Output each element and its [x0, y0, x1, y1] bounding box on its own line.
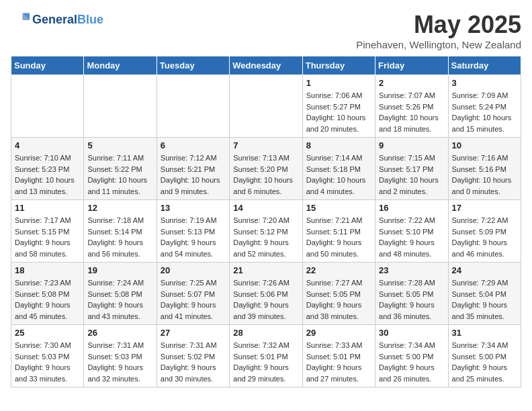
logo: GeneralBlue — [11, 11, 103, 30]
day-number: 2 — [379, 78, 444, 88]
day-info: Sunrise: 7:17 AMSunset: 5:15 PMDaylight:… — [15, 215, 80, 259]
calendar-cell: 17Sunrise: 7:22 AMSunset: 5:09 PMDayligh… — [448, 200, 521, 263]
day-info: Sunrise: 7:31 AMSunset: 5:02 PMDaylight:… — [161, 340, 226, 384]
calendar-cell: 21Sunrise: 7:26 AMSunset: 5:06 PMDayligh… — [230, 263, 302, 325]
day-info: Sunrise: 7:34 AMSunset: 5:00 PMDaylight:… — [379, 340, 444, 384]
day-number: 25 — [15, 328, 80, 338]
calendar-cell: 26Sunrise: 7:31 AMSunset: 5:03 PMDayligh… — [84, 325, 157, 387]
day-number: 12 — [87, 203, 152, 213]
day-info: Sunrise: 7:30 AMSunset: 5:03 PMDaylight:… — [15, 340, 80, 384]
day-info: Sunrise: 7:09 AMSunset: 5:24 PMDaylight:… — [452, 90, 517, 134]
day-number: 17 — [452, 203, 517, 213]
weekday-header-friday: Friday — [375, 56, 448, 75]
day-number: 23 — [379, 265, 444, 275]
calendar-cell — [157, 75, 229, 138]
day-info: Sunrise: 7:26 AMSunset: 5:06 PMDaylight:… — [233, 277, 298, 322]
calendar-cell: 12Sunrise: 7:18 AMSunset: 5:14 PMDayligh… — [84, 200, 157, 263]
day-number: 15 — [306, 203, 371, 213]
day-info: Sunrise: 7:12 AMSunset: 5:21 PMDaylight:… — [161, 152, 226, 197]
day-info: Sunrise: 7:18 AMSunset: 5:14 PMDaylight:… — [87, 215, 152, 259]
weekday-header-saturday: Saturday — [448, 56, 521, 75]
day-number: 13 — [161, 203, 226, 213]
day-number: 30 — [379, 328, 444, 338]
day-info: Sunrise: 7:32 AMSunset: 5:01 PMDaylight:… — [233, 340, 298, 384]
day-info: Sunrise: 7:11 AMSunset: 5:22 PMDaylight:… — [87, 152, 152, 197]
day-info: Sunrise: 7:34 AMSunset: 5:00 PMDaylight:… — [452, 340, 517, 384]
weekday-header-thursday: Thursday — [302, 56, 375, 75]
day-info: Sunrise: 7:22 AMSunset: 5:09 PMDaylight:… — [452, 215, 517, 259]
day-info: Sunrise: 7:23 AMSunset: 5:08 PMDaylight:… — [15, 277, 80, 322]
day-info: Sunrise: 7:25 AMSunset: 5:07 PMDaylight:… — [161, 277, 226, 322]
calendar: SundayMondayTuesdayWednesdayThursdayFrid… — [11, 56, 521, 387]
day-number: 28 — [233, 328, 298, 338]
calendar-cell: 11Sunrise: 7:17 AMSunset: 5:15 PMDayligh… — [11, 200, 84, 263]
calendar-cell: 22Sunrise: 7:27 AMSunset: 5:05 PMDayligh… — [302, 263, 375, 325]
day-number: 26 — [87, 328, 152, 338]
calendar-cell: 2Sunrise: 7:07 AMSunset: 5:26 PMDaylight… — [375, 75, 448, 138]
day-info: Sunrise: 7:06 AMSunset: 5:27 PMDaylight:… — [306, 90, 371, 134]
day-info: Sunrise: 7:07 AMSunset: 5:26 PMDaylight:… — [379, 90, 444, 134]
day-info: Sunrise: 7:24 AMSunset: 5:08 PMDaylight:… — [87, 277, 152, 322]
day-number: 1 — [306, 78, 371, 88]
day-number: 5 — [87, 140, 152, 150]
day-info: Sunrise: 7:33 AMSunset: 5:01 PMDaylight:… — [306, 340, 371, 384]
day-info: Sunrise: 7:28 AMSunset: 5:05 PMDaylight:… — [379, 277, 444, 322]
calendar-cell: 3Sunrise: 7:09 AMSunset: 5:24 PMDaylight… — [448, 75, 521, 138]
day-info: Sunrise: 7:21 AMSunset: 5:11 PMDaylight:… — [306, 215, 371, 259]
day-number: 20 — [161, 265, 226, 275]
day-info: Sunrise: 7:14 AMSunset: 5:18 PMDaylight:… — [306, 152, 371, 197]
calendar-cell: 31Sunrise: 7:34 AMSunset: 5:00 PMDayligh… — [448, 325, 521, 387]
day-number: 10 — [452, 140, 517, 150]
calendar-cell: 5Sunrise: 7:11 AMSunset: 5:22 PMDaylight… — [84, 138, 157, 200]
calendar-cell — [230, 75, 302, 138]
calendar-cell: 10Sunrise: 7:16 AMSunset: 5:16 PMDayligh… — [448, 138, 521, 200]
page-header: GeneralBlue May 2025 Pinehaven, Wellingt… — [11, 11, 521, 50]
day-number: 31 — [452, 328, 517, 338]
calendar-cell: 8Sunrise: 7:14 AMSunset: 5:18 PMDaylight… — [302, 138, 375, 200]
day-info: Sunrise: 7:16 AMSunset: 5:16 PMDaylight:… — [452, 152, 517, 197]
day-number: 11 — [15, 203, 80, 213]
day-number: 18 — [15, 265, 80, 275]
day-number: 19 — [87, 265, 152, 275]
calendar-cell: 28Sunrise: 7:32 AMSunset: 5:01 PMDayligh… — [230, 325, 302, 387]
calendar-cell: 30Sunrise: 7:34 AMSunset: 5:00 PMDayligh… — [375, 325, 448, 387]
calendar-cell: 20Sunrise: 7:25 AMSunset: 5:07 PMDayligh… — [157, 263, 229, 325]
calendar-cell: 25Sunrise: 7:30 AMSunset: 5:03 PMDayligh… — [11, 325, 84, 387]
day-info: Sunrise: 7:31 AMSunset: 5:03 PMDaylight:… — [87, 340, 152, 384]
day-number: 7 — [233, 140, 298, 150]
calendar-cell — [84, 75, 157, 138]
weekday-header-tuesday: Tuesday — [157, 56, 229, 75]
calendar-cell: 1Sunrise: 7:06 AMSunset: 5:27 PMDaylight… — [302, 75, 375, 138]
day-info: Sunrise: 7:20 AMSunset: 5:12 PMDaylight:… — [233, 215, 298, 259]
day-info: Sunrise: 7:19 AMSunset: 5:13 PMDaylight:… — [161, 215, 226, 259]
day-number: 9 — [379, 140, 444, 150]
day-number: 8 — [306, 140, 371, 150]
day-number: 3 — [452, 78, 517, 88]
weekday-header-wednesday: Wednesday — [230, 56, 302, 75]
calendar-cell: 29Sunrise: 7:33 AMSunset: 5:01 PMDayligh… — [302, 325, 375, 387]
day-info: Sunrise: 7:27 AMSunset: 5:05 PMDaylight:… — [306, 277, 371, 322]
calendar-cell: 27Sunrise: 7:31 AMSunset: 5:02 PMDayligh… — [157, 325, 229, 387]
day-number: 14 — [233, 203, 298, 213]
day-info: Sunrise: 7:10 AMSunset: 5:23 PMDaylight:… — [15, 152, 80, 197]
day-number: 22 — [306, 265, 371, 275]
day-number: 24 — [452, 265, 517, 275]
day-info: Sunrise: 7:13 AMSunset: 5:20 PMDaylight:… — [233, 152, 298, 197]
logo-text: GeneralBlue — [32, 13, 103, 27]
calendar-cell: 19Sunrise: 7:24 AMSunset: 5:08 PMDayligh… — [84, 263, 157, 325]
calendar-cell: 4Sunrise: 7:10 AMSunset: 5:23 PMDaylight… — [11, 138, 84, 200]
day-info: Sunrise: 7:22 AMSunset: 5:10 PMDaylight:… — [379, 215, 444, 259]
day-number: 4 — [15, 140, 80, 150]
calendar-cell: 7Sunrise: 7:13 AMSunset: 5:20 PMDaylight… — [230, 138, 302, 200]
day-info: Sunrise: 7:29 AMSunset: 5:04 PMDaylight:… — [452, 277, 517, 322]
calendar-cell — [11, 75, 84, 138]
calendar-cell: 16Sunrise: 7:22 AMSunset: 5:10 PMDayligh… — [375, 200, 448, 263]
calendar-cell: 23Sunrise: 7:28 AMSunset: 5:05 PMDayligh… — [375, 263, 448, 325]
day-info: Sunrise: 7:15 AMSunset: 5:17 PMDaylight:… — [379, 152, 444, 197]
location: Pinehaven, Wellington, New Zealand — [356, 39, 521, 50]
calendar-cell: 24Sunrise: 7:29 AMSunset: 5:04 PMDayligh… — [448, 263, 521, 325]
month-title: May 2025 — [356, 11, 521, 39]
calendar-cell: 9Sunrise: 7:15 AMSunset: 5:17 PMDaylight… — [375, 138, 448, 200]
day-number: 27 — [161, 328, 226, 338]
calendar-cell: 14Sunrise: 7:20 AMSunset: 5:12 PMDayligh… — [230, 200, 302, 263]
